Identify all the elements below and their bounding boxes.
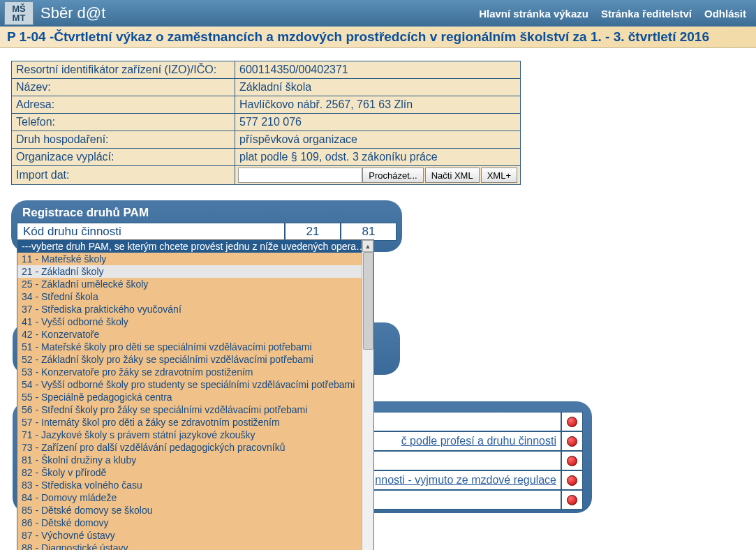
red-dot-icon (567, 495, 577, 505)
info-label: Druh hospodaření: (12, 131, 235, 149)
status-dot-1 (561, 412, 583, 431)
red-dot-icon (567, 417, 577, 427)
dropdown-option[interactable]: 37 - Střediska praktického vyučování (17, 303, 373, 315)
dropdown-option[interactable]: 81 - Školní družiny a kluby (17, 454, 373, 466)
pam-col-21: 21 (285, 223, 341, 241)
red-dot-icon (567, 475, 577, 486)
pam-dropdown-listbox[interactable]: ---vyberte druh PAM, se kterým chcete pr… (17, 239, 374, 550)
dropdown-option-placeholder[interactable]: ---vyberte druh PAM, se kterým chcete pr… (17, 240, 373, 253)
pam-registration-panel: Registrace druhů PAM Kód druhu činnosti … (11, 200, 402, 252)
status-dot-5 (561, 490, 583, 510)
dropdown-option[interactable]: 88 - Diagnostické ústavy (17, 542, 373, 550)
dropdown-option[interactable]: 54 - Vyšší odborné školy pro studenty se… (17, 378, 373, 391)
info-label: Adresa: (12, 96, 235, 114)
dropdown-option[interactable]: 85 - Dětské domovy se školou (17, 504, 373, 516)
nav-home-link[interactable]: Hlavní stránka výkazu (479, 8, 588, 20)
dropdown-option[interactable]: 56 - Střední školy pro žáky se speciální… (17, 403, 373, 416)
xml-plus-button[interactable]: XML+ (481, 168, 517, 183)
status-dot-2 (561, 431, 583, 451)
top-nav-bar: MŠ MT Sběr d@t Hlavní stránka výkazu Str… (0, 0, 756, 27)
dropdown-option[interactable]: 42 - Konzervatoře (17, 328, 373, 341)
info-value: Základní škola (235, 79, 521, 96)
scroll-thumb[interactable] (363, 252, 373, 350)
org-info-table: Resortní identifikátor zařízení (IZO)/IČ… (11, 61, 521, 185)
page-title: P 1-04 -Čtvrtletní výkaz o zaměstnancích… (0, 27, 756, 48)
info-value: 600114350/00402371 (235, 61, 521, 79)
scroll-up-icon[interactable]: ▲ (362, 240, 373, 252)
section-row-2-text[interactable]: č podle profesí a druhu činnosti (401, 435, 556, 447)
dropdown-option[interactable]: 25 - Základní umělecké školy (17, 278, 373, 290)
nav-logout-link[interactable]: Odhlásit (704, 8, 746, 20)
dropdown-option[interactable]: 51 - Mateřské školy pro děti se speciáln… (17, 341, 373, 353)
dropdown-option[interactable]: 83 - Střediska volného času (17, 479, 373, 491)
dropdown-option[interactable]: 34 - Střední škola (17, 290, 373, 303)
dropdown-option[interactable]: 53 - Konzervatoře pro žáky se zdravotním… (17, 366, 373, 378)
import-label: Import dat: (12, 166, 235, 185)
nav-directorate-link[interactable]: Stránka ředitelství (601, 8, 692, 20)
red-dot-icon (567, 436, 577, 447)
pam-panel-title: Registrace druhů PAM (17, 205, 396, 223)
status-dot-3 (561, 451, 583, 470)
dropdown-option[interactable]: 86 - Dětské domovy (17, 516, 373, 529)
dropdown-option[interactable]: 82 - Školy v přírodě (17, 466, 373, 479)
info-label: Resortní identifikátor zařízení (IZO)/IČ… (12, 61, 235, 79)
dropdown-option[interactable]: 52 - Základní školy pro žáky se speciáln… (17, 353, 373, 366)
import-cell: Procházet... Načti XML XML+ (235, 166, 521, 185)
dropdown-option[interactable]: 57 - Internáty škol pro děti a žáky se z… (17, 416, 373, 429)
pam-header-label: Kód druhu činnosti (17, 223, 285, 241)
info-label: Název: (12, 79, 235, 96)
status-dot-4 (561, 470, 583, 490)
info-value: plat podle § 109, odst. 3 zákoníku práce (235, 149, 521, 166)
info-value: 577 210 076 (235, 114, 521, 131)
dropdown-option[interactable]: 71 - Jazykové školy s právem státní jazy… (17, 429, 373, 441)
info-value: příspěvková organizace (235, 131, 521, 149)
dropdown-option[interactable]: 41 - Vyšší odborné školy (17, 315, 373, 328)
dropdown-option[interactable]: 73 - Zařízení pro další vzdělávání pedag… (17, 441, 373, 454)
brand-title: Sběr d@t (40, 4, 105, 22)
info-label: Telefon: (12, 114, 235, 131)
pam-col-81: 81 (341, 223, 396, 241)
section-row-4-text[interactable]: nnosti - vyjmuto ze mzdové regulace (375, 474, 556, 486)
info-value: Havlíčkovo nábř. 2567, 761 63 Zlín (235, 96, 521, 114)
file-input[interactable] (238, 168, 362, 183)
dropdown-option[interactable]: 87 - Výchovné ústavy (17, 529, 373, 542)
logo-icon: MŠ MT (4, 1, 34, 25)
dropdown-scrollbar[interactable]: ▲ (362, 240, 373, 550)
info-label: Organizace vyplácí: (12, 149, 235, 166)
dropdown-option[interactable]: 55 - Speciálně pedagogická centra (17, 391, 373, 403)
dropdown-option[interactable]: 21 - Základní školy (17, 265, 373, 278)
dropdown-option[interactable]: 84 - Domovy mládeže (17, 491, 373, 504)
red-dot-icon (567, 456, 577, 466)
browse-button[interactable]: Procházet... (362, 168, 423, 183)
load-xml-button[interactable]: Načti XML (425, 168, 480, 183)
dropdown-option[interactable]: 11 - Mateřské školy (17, 253, 373, 265)
